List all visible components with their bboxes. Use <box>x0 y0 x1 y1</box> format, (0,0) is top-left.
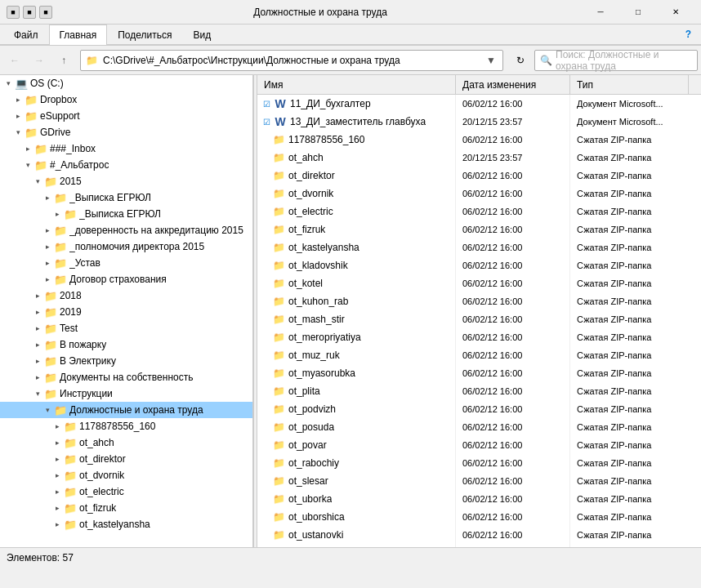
tree-item[interactable]: ▸📁_Выписка ЕГРЮЛ <box>0 206 252 222</box>
address-dropdown-icon[interactable]: ▼ <box>484 55 498 66</box>
table-row[interactable]: 📁ot_mash_stir06/02/12 16:00Сжатая ZIP-па… <box>257 310 701 328</box>
search-bar[interactable]: 🔍 Поиск: Должностные и охрана труда <box>534 50 698 71</box>
file-list-header: Имя Дата изменения Тип <box>257 75 701 95</box>
tree-item[interactable]: ▸📁_полномочия директора 2015 <box>0 238 252 255</box>
tree-item[interactable]: ▸📁Договор страхования <box>0 271 252 287</box>
tree-item[interactable]: ▾📁#_Альбатрос <box>0 157 252 173</box>
title-bar: ■ ■ ■ Должностные и охрана труда ─ □ ✕ <box>0 0 701 24</box>
tree-item[interactable]: ▾📁2015 <box>0 173 252 189</box>
tree-item[interactable]: ▸📁Test <box>0 320 252 336</box>
file-type-cell: Сжатая ZIP-папка <box>570 274 701 292</box>
table-row[interactable]: 📁ot_povar06/02/12 16:00Сжатая ZIP-папка <box>257 436 701 454</box>
tree-item[interactable]: ▸📁ot_kastelyansha <box>0 516 252 532</box>
table-row[interactable]: 📁ot_posuda06/02/12 16:00Сжатая ZIP-папка <box>257 418 701 436</box>
folder-icon: 📁 <box>44 338 57 351</box>
tab-file[interactable]: Файл <box>3 24 49 45</box>
folder-icon: 📁 <box>25 109 38 122</box>
close-button[interactable]: ✕ <box>657 0 694 24</box>
table-row[interactable]: 📁ot_fizruk06/02/12 16:00Сжатая ZIP-папка <box>257 220 701 238</box>
table-row[interactable]: 📁ot_electric06/02/12 16:00Сжатая ZIP-пап… <box>257 203 701 220</box>
forward-button[interactable]: → <box>28 49 51 72</box>
tree-expand-icon: ▸ <box>51 485 64 498</box>
table-row[interactable]: 📁ot_meropriyatiya06/02/12 16:00Сжатая ZI… <box>257 328 701 346</box>
table-row[interactable]: 📁ot_ustanovki06/02/12 16:00Сжатая ZIP-па… <box>257 526 701 544</box>
tree-item[interactable]: ▸📁ot_electric <box>0 483 252 500</box>
file-date-cell: 06/02/12 16:00 <box>456 238 570 256</box>
folder-icon: 📁 <box>54 256 67 270</box>
file-name-cell: 📁ot_meropriyatiya <box>257 328 456 346</box>
table-row[interactable]: 📁ot_direktor06/02/12 16:00Сжатая ZIP-пап… <box>257 167 701 185</box>
ribbon: Файл Главная Поделиться Вид ? <box>0 24 701 46</box>
tree-item[interactable]: ▸📁ot_direktor <box>0 451 252 467</box>
file-type-cell: Сжатая ZIP-папка <box>570 328 701 346</box>
file-name-cell: 📁ot_dvornik <box>257 185 456 203</box>
folder-icon: 📁 <box>25 126 38 139</box>
tree-item[interactable]: ▸📁В Электрику <box>0 353 252 369</box>
table-row[interactable]: 📁ot_kuhon_rab06/02/12 16:00Сжатая ZIP-па… <box>257 292 701 310</box>
help-button[interactable]: ? <box>679 24 698 44</box>
table-row[interactable]: ☑W11_ДИ_бухгалтер06/02/12 16:00Документ … <box>257 95 701 113</box>
tree-expand-icon: ▸ <box>51 518 64 531</box>
tree-item-label: #_Альбатрос <box>50 159 109 171</box>
tree-item[interactable]: ▸📁ot_dvornik <box>0 467 252 483</box>
file-date-cell: 06/02/12 16:00 <box>456 346 570 364</box>
table-row[interactable]: 📁ot_ahch20/12/15 23:57Сжатая ZIP-папка <box>257 149 701 167</box>
tree-item[interactable]: ▸📁В пожарку <box>0 336 252 353</box>
tree-item[interactable]: ▸📁_Выписка ЕГРЮЛ <box>0 189 252 206</box>
column-header-date[interactable]: Дата изменения <box>456 75 570 94</box>
minimize-button[interactable]: ─ <box>582 0 619 24</box>
tree-item[interactable]: ▾📁Инструкции <box>0 385 252 402</box>
tree-expand-icon: ▸ <box>41 191 54 204</box>
tree-item[interactable]: ▸📁_доверенность на аккредитацию 2015 <box>0 222 252 238</box>
table-row[interactable]: 📁ot_kotel06/02/12 16:00Сжатая ZIP-папка <box>257 274 701 292</box>
back-button[interactable]: ← <box>3 49 26 72</box>
tree-item[interactable]: ▸📁_Устав <box>0 255 252 271</box>
table-row[interactable]: 📁ot_slesar06/02/12 16:00Сжатая ZIP-папка <box>257 472 701 490</box>
tree-item[interactable]: ▸📁ot_fizruk <box>0 500 252 516</box>
address-bar[interactable]: 📁 C:\GDrive\#_Альбатрос\Инструкции\Должн… <box>80 50 503 71</box>
tree-item[interactable]: ▸📁eSupport <box>0 108 252 124</box>
tree-item[interactable]: ▾📁Должностные и охрана труда <box>0 402 252 418</box>
tree-item[interactable]: ▾📁GDrive <box>0 124 252 140</box>
tree-item[interactable]: ▸📁2019 <box>0 304 252 320</box>
tree-item[interactable]: ▸📁2018 <box>0 287 252 304</box>
refresh-button[interactable]: ↻ <box>510 50 531 71</box>
word-doc-icon: W <box>274 115 287 128</box>
folder-icon: 📁 <box>44 322 57 335</box>
folder-icon: 📁 <box>54 403 67 416</box>
table-row[interactable]: 📁ot_kastelyansha06/02/12 16:00Сжатая ZIP… <box>257 238 701 256</box>
tree-item[interactable]: ▾💻OS (C:) <box>0 75 252 91</box>
maximize-button[interactable]: □ <box>619 0 657 24</box>
column-header-type[interactable]: Тип <box>570 75 701 94</box>
tab-view[interactable]: Вид <box>182 24 221 45</box>
tree-item[interactable]: ▸📁###_Inbox <box>0 140 252 157</box>
table-row[interactable]: 📁ot_uborshica06/02/12 16:00Сжатая ZIP-па… <box>257 508 701 526</box>
tab-share[interactable]: Поделиться <box>107 24 182 45</box>
column-header-name[interactable]: Имя <box>257 75 456 94</box>
table-row[interactable]: 📁ot_dvornik06/02/12 16:00Сжатая ZIP-папк… <box>257 185 701 203</box>
table-row[interactable]: 📁ot_podvizh06/02/12 16:00Сжатая ZIP-папк… <box>257 400 701 418</box>
file-name-text: ot_uborshica <box>288 511 345 523</box>
up-button[interactable]: ↑ <box>52 49 75 72</box>
table-row[interactable]: 📁ot_voditel06/02/12 16:00Сжатая ZIP-папк… <box>257 544 701 547</box>
table-row[interactable]: 📁ot_kladovshik06/02/12 16:00Сжатая ZIP-п… <box>257 256 701 274</box>
zip-folder-icon: 📁 <box>272 474 285 488</box>
table-row[interactable]: 📁ot_uborka06/02/12 16:00Сжатая ZIP-папка <box>257 490 701 508</box>
tab-home[interactable]: Главная <box>49 24 108 45</box>
file-name-cell: 📁ot_uborka <box>257 490 456 508</box>
folder-icon: 📁 <box>54 191 67 204</box>
table-row[interactable]: 📁ot_plita06/02/12 16:00Сжатая ZIP-папка <box>257 382 701 400</box>
tree-item[interactable]: ▸📁Документы на собственность <box>0 369 252 385</box>
tree-item-label: GDrive <box>40 127 70 138</box>
table-row[interactable]: 📁1178878556_16006/02/12 16:00Сжатая ZIP-… <box>257 131 701 149</box>
tree-item[interactable]: ▸📁1178878556_160 <box>0 418 252 434</box>
table-row[interactable]: ☑W13_ДИ_заместитель главбуха20/12/15 23:… <box>257 113 701 131</box>
tree-item[interactable]: ▸📁Dropbox <box>0 91 252 108</box>
zip-folder-icon: 📁 <box>272 546 285 547</box>
table-row[interactable]: 📁ot_muz_ruk06/02/12 16:00Сжатая ZIP-папк… <box>257 346 701 364</box>
folder-icon: 📁 <box>64 518 77 531</box>
table-row[interactable]: 📁ot_rabochiy06/02/12 16:00Сжатая ZIP-пап… <box>257 454 701 472</box>
tree-item[interactable]: ▸📁ot_ahch <box>0 434 252 451</box>
tree-expand-icon: ▸ <box>51 436 64 449</box>
table-row[interactable]: 📁ot_myasorubka06/02/12 16:00Сжатая ZIP-п… <box>257 364 701 382</box>
